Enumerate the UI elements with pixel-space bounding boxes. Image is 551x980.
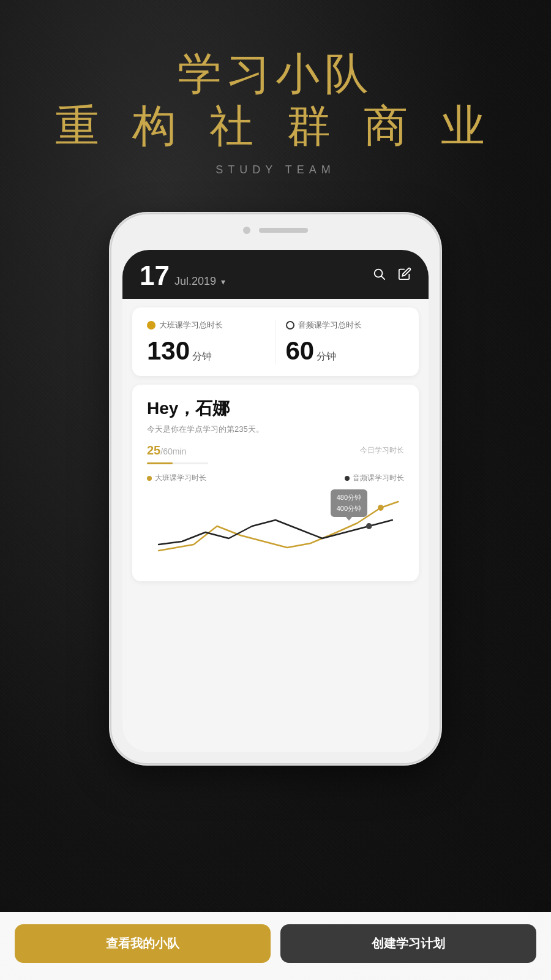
phone-top-bar bbox=[243, 227, 308, 234]
bottom-buttons: 查看我的小队 创建学习计划 bbox=[0, 912, 551, 980]
chart-legends: 大班课学习时长 音频课学习时长 bbox=[147, 473, 404, 483]
stat-label-class: 大班课学习总时长 bbox=[147, 320, 266, 331]
view-team-button[interactable]: 查看我的小队 bbox=[15, 924, 271, 963]
phone-camera bbox=[243, 227, 250, 234]
stat-value-class: 130 分钟 bbox=[147, 338, 266, 364]
phone-screen: 17 Jul.2019 ▾ bbox=[122, 250, 429, 752]
search-icon[interactable] bbox=[372, 267, 386, 284]
hello-subtitle: 今天是你在学点学习的第235天。 bbox=[147, 424, 404, 435]
progress-right-label: 今日学习时长 bbox=[360, 445, 404, 456]
title-line1: 学习小队 bbox=[55, 49, 496, 100]
phone-speaker bbox=[259, 228, 308, 233]
app-header: 17 Jul.2019 ▾ bbox=[122, 250, 429, 299]
header-section: 学习小队 重 构 社 群 商 业 STUDY TEAM bbox=[55, 0, 496, 176]
create-plan-button[interactable]: 创建学习计划 bbox=[280, 924, 536, 963]
date-month: Jul.2019 bbox=[174, 275, 216, 288]
svg-point-3 bbox=[366, 523, 372, 529]
stat-item-class: 大班课学习总时长 130 分钟 bbox=[147, 320, 266, 364]
stat-dot-yellow bbox=[147, 321, 156, 330]
date-arrow-icon: ▾ bbox=[221, 277, 225, 287]
edit-icon[interactable] bbox=[398, 267, 411, 284]
title-line2: 重 构 社 群 商 业 bbox=[55, 100, 496, 153]
hello-section: Hey，石娜 今天是你在学点学习的第235天。 25/60min 今日学习时长 bbox=[132, 385, 419, 581]
study-team-label: STUDY TEAM bbox=[55, 164, 496, 176]
legend-dot-dark bbox=[345, 476, 350, 481]
date-number: 17 bbox=[140, 262, 170, 289]
legend-class: 大班课学习时长 bbox=[147, 473, 206, 483]
progress-bar-fill bbox=[147, 462, 173, 464]
app-header-date: 17 Jul.2019 ▾ bbox=[140, 262, 225, 289]
main-content: 学习小队 重 构 社 群 商 业 STUDY TEAM 17 Jul.2019 … bbox=[0, 0, 551, 980]
app-header-icons bbox=[372, 267, 411, 284]
progress-value: 25/60min bbox=[147, 443, 186, 458]
legend-audio: 音频课学习时长 bbox=[345, 473, 404, 483]
stat-divider bbox=[276, 320, 276, 364]
svg-point-2 bbox=[378, 505, 384, 511]
hello-name: Hey，石娜 bbox=[147, 397, 404, 420]
progress-bar-track bbox=[147, 462, 208, 464]
chart-area: 480分钟 400分钟 bbox=[147, 489, 404, 569]
chart-tooltip: 480分钟 400分钟 bbox=[331, 489, 367, 517]
phone-mockup: 17 Jul.2019 ▾ bbox=[110, 213, 441, 980]
stats-card: 大班课学习总时长 130 分钟 音频课学习总时长 bbox=[132, 307, 419, 376]
stat-dot-dark bbox=[286, 321, 294, 330]
phone-frame: 17 Jul.2019 ▾ bbox=[110, 213, 441, 764]
progress-row: 25/60min 今日学习时长 bbox=[147, 443, 404, 458]
svg-line-1 bbox=[381, 276, 384, 279]
stat-label-audio: 音频课学习总时长 bbox=[286, 320, 405, 331]
stat-item-audio: 音频课学习总时长 60 分钟 bbox=[286, 320, 405, 364]
stat-value-audio: 60 分钟 bbox=[286, 338, 405, 364]
legend-dot-yellow bbox=[147, 476, 152, 481]
